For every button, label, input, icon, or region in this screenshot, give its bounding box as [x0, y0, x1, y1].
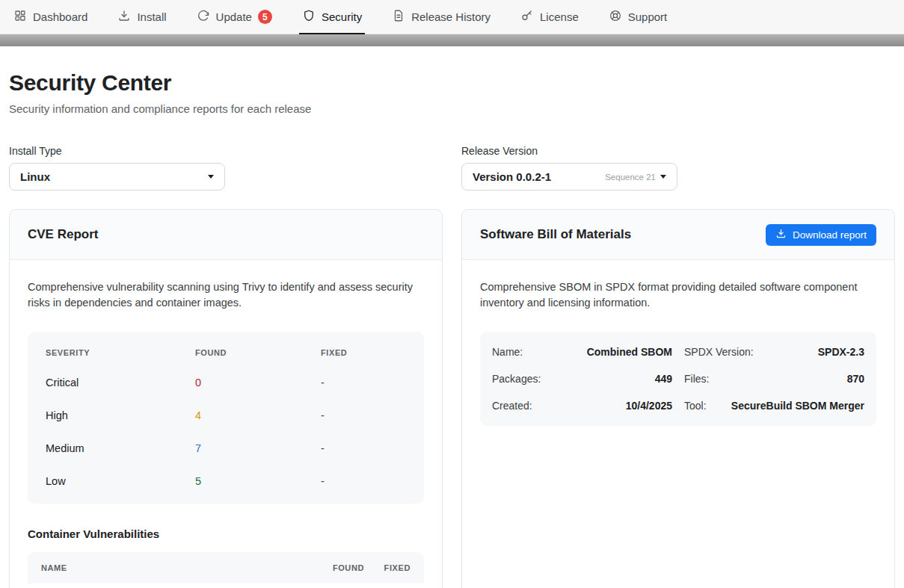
container-vulnerabilities-table-header: NAME FOUND FIXED	[28, 552, 424, 584]
nav-item-release-history[interactable]: Release History	[392, 0, 491, 34]
chevron-down-icon	[208, 175, 214, 179]
sbom-card: Software Bill of Materials Download repo…	[461, 209, 895, 588]
install-type-label: Install Type	[9, 145, 443, 157]
info-label: Name:	[492, 346, 523, 358]
nav-item-license[interactable]: License	[520, 0, 579, 34]
release-version-select[interactable]: Version 0.0.2-1 Sequence 21	[461, 163, 677, 191]
nav-item-label: Support	[628, 10, 668, 23]
nav-item-install[interactable]: Install	[117, 0, 166, 34]
sbom-info-name: Name: Combined SBOM	[492, 338, 672, 365]
info-value: Combined SBOM	[587, 346, 672, 358]
nav-item-label: License	[540, 10, 579, 23]
nav-item-label: Update	[216, 10, 252, 23]
table-row: Low 5 -	[28, 465, 424, 498]
top-nav: Dashboard Install Update 5 Security Rele…	[0, 0, 904, 34]
sbom-card-header: Software Bill of Materials Download repo…	[462, 210, 894, 260]
sbom-card-title: Software Bill of Materials	[480, 227, 631, 242]
container-vulnerabilities-title: Container Vulnerabilities	[28, 527, 424, 540]
fixed-count: -	[321, 442, 424, 454]
info-value: 870	[847, 373, 864, 385]
found-count: 4	[195, 409, 321, 421]
nav-item-label: Release History	[411, 10, 491, 23]
document-icon	[392, 9, 405, 25]
column-header-found: FOUND	[195, 348, 321, 357]
key-icon	[520, 9, 534, 25]
refresh-icon	[197, 9, 210, 25]
column-header-fixed: FIXED	[364, 563, 411, 572]
sbom-info-spdx-version: SPDX Version: SPDX-2.3	[684, 338, 864, 365]
release-version-field: Release Version Version 0.0.2-1 Sequence…	[461, 145, 895, 191]
grid-icon	[13, 9, 27, 25]
found-count: 5	[195, 475, 321, 487]
severity-name: Critical	[46, 377, 195, 389]
fixed-count: -	[321, 475, 424, 487]
fixed-count: -	[321, 377, 424, 389]
nav-item-update[interactable]: Update 5	[197, 0, 272, 34]
release-version-value: Version 0.0.2-1	[473, 170, 551, 183]
table-row: Critical 0 -	[28, 366, 424, 399]
info-value: 449	[655, 373, 672, 385]
cve-report-card: CVE Report Comprehensive vulnerability s…	[9, 209, 443, 588]
sbom-description: Comprehensive SBOM in SPDX format provid…	[480, 279, 876, 312]
column-header-severity: SEVERITY	[46, 348, 195, 357]
nav-item-security[interactable]: Security	[302, 0, 362, 34]
info-label: Created:	[492, 400, 532, 412]
install-type-value: Linux	[20, 170, 50, 183]
scroll-shadow-divider	[0, 34, 904, 46]
sbom-info-created: Created: 10/4/2025	[492, 392, 672, 419]
info-label: Tool:	[684, 400, 707, 412]
release-version-label: Release Version	[461, 145, 895, 157]
column-header-fixed: FIXED	[321, 348, 424, 357]
sbom-info-files: Files: 870	[684, 365, 864, 392]
severity-table-header: SEVERITY FOUND FIXED	[28, 336, 424, 366]
info-label: Files:	[684, 373, 709, 385]
severity-name: Low	[46, 475, 195, 487]
install-type-select[interactable]: Linux	[9, 163, 225, 191]
cve-description: Comprehensive vulnerability scanning usi…	[28, 279, 424, 312]
sbom-info-grid: Name: Combined SBOM SPDX Version: SPDX-2…	[480, 332, 876, 426]
main-content: Security Center Security information and…	[0, 70, 904, 588]
download-report-label: Download report	[793, 229, 867, 241]
page-title: Security Center	[9, 70, 895, 96]
shield-icon	[302, 9, 316, 25]
cve-card-header: CVE Report	[10, 210, 442, 260]
sequence-label: Sequence 21	[605, 173, 656, 182]
info-value: 10/4/2025	[626, 400, 672, 412]
sbom-card-body: Comprehensive SBOM in SPDX format provid…	[462, 260, 894, 444]
nav-item-label: Dashboard	[33, 10, 87, 23]
found-count: 7	[195, 442, 321, 454]
nav-item-support[interactable]: Support	[609, 0, 668, 34]
install-type-field: Install Type Linux	[9, 145, 443, 191]
fixed-count: -	[321, 409, 424, 421]
severity-table: SEVERITY FOUND FIXED Critical 0 - High 4…	[28, 332, 424, 504]
page-subtitle: Security information and compliance repo…	[9, 102, 895, 115]
nav-item-label: Security	[322, 10, 362, 23]
report-cards-row: CVE Report Comprehensive vulnerability s…	[9, 209, 895, 588]
download-icon	[775, 228, 787, 241]
info-label: SPDX Version:	[684, 346, 754, 358]
filters-row: Install Type Linux Release Version Versi…	[9, 145, 895, 191]
column-header-name: NAME	[41, 563, 318, 572]
download-report-button[interactable]: Download report	[766, 224, 876, 246]
update-count-badge: 5	[258, 10, 272, 24]
found-count: 0	[195, 377, 321, 389]
cve-card-body: Comprehensive vulnerability scanning usi…	[10, 260, 442, 588]
nav-item-label: Install	[137, 10, 166, 23]
table-row: Medium 7 -	[28, 432, 424, 465]
nav-item-dashboard[interactable]: Dashboard	[13, 0, 87, 34]
table-row: High 4 -	[28, 399, 424, 432]
severity-name: High	[46, 409, 195, 421]
info-value: SecureBuild SBOM Merger	[731, 400, 864, 412]
cve-card-title: CVE Report	[28, 227, 98, 242]
chevron-down-icon	[660, 175, 666, 179]
sbom-info-packages: Packages: 449	[492, 365, 672, 392]
lifebuoy-icon	[609, 9, 622, 25]
sbom-info-tool: Tool: SecureBuild SBOM Merger	[684, 392, 864, 419]
severity-name: Medium	[46, 442, 195, 454]
download-icon	[117, 9, 131, 25]
info-label: Packages:	[492, 373, 541, 385]
info-value: SPDX-2.3	[818, 346, 864, 358]
column-header-found: FOUND	[318, 563, 364, 572]
